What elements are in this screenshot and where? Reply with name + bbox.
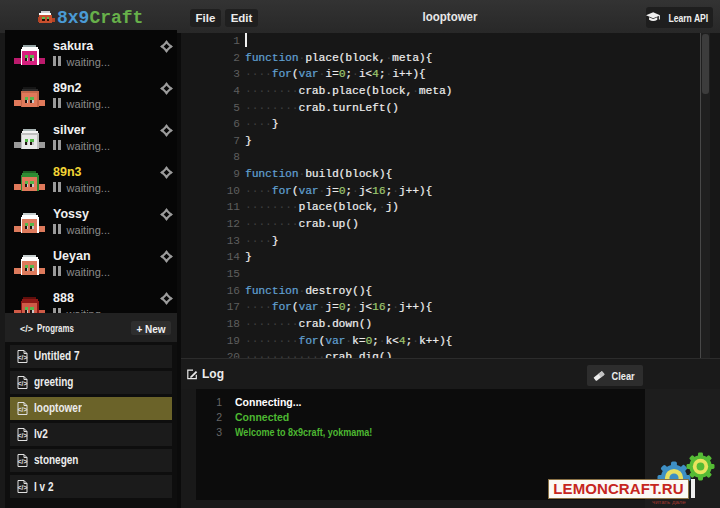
svg-text:</>: </> [18, 379, 28, 386]
svg-text:</>: </> [18, 353, 28, 360]
svg-text:</>: </> [18, 457, 28, 464]
svg-text:</>: </> [18, 405, 28, 412]
svg-text:</>: </> [18, 431, 28, 438]
svg-text:</>: </> [18, 484, 28, 491]
